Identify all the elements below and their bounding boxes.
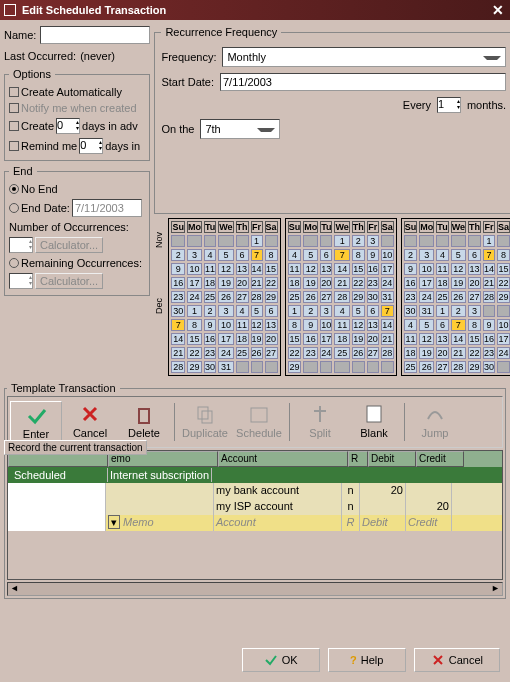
start-date-input[interactable]	[220, 73, 506, 91]
end-fieldset: End No End End Date: Number of Occurrenc…	[4, 165, 150, 296]
on-day-combo[interactable]: 7th	[200, 119, 280, 139]
calendar-1: SuMoTuWeThFrSa12345678910111213141516171…	[168, 218, 280, 376]
name-input[interactable]	[40, 26, 150, 44]
svg-rect-0	[139, 409, 149, 423]
rem-occ-spin[interactable]	[9, 273, 33, 289]
blank-button[interactable]: Blank	[348, 401, 400, 443]
no-end-radio[interactable]	[9, 184, 19, 194]
enter-button[interactable]: Enter	[10, 401, 62, 443]
svg-rect-4	[367, 406, 381, 422]
end-date-radio[interactable]	[9, 203, 19, 213]
template-legend: Template Transaction	[7, 382, 120, 394]
jump-icon	[424, 403, 446, 425]
cancel-dialog-icon	[431, 653, 445, 667]
options-fieldset: Options Create Automatically Notify me w…	[4, 68, 150, 161]
duplicate-icon	[194, 403, 216, 425]
svg-rect-1	[198, 407, 208, 419]
last-occurred-label: Last Occurred:	[4, 50, 76, 62]
tooltip: Record the current transaction	[4, 440, 147, 455]
end-date-input[interactable]	[72, 199, 142, 217]
blank-icon	[363, 403, 385, 425]
calendar-2: SuMoTuWeThFrSa12345678910111213141516171…	[285, 218, 397, 376]
cancel-icon	[79, 403, 101, 425]
end-legend: End	[9, 165, 37, 177]
delete-button[interactable]: Delete	[118, 401, 170, 443]
num-occ-spin[interactable]	[9, 237, 33, 253]
split-icon	[309, 403, 331, 425]
last-occurred-value: (never)	[80, 50, 115, 62]
split-button[interactable]: Split	[294, 401, 346, 443]
create-days-checkbox[interactable]	[9, 121, 19, 131]
calendar-preview: Nov Dec SuMoTuWeThFrSa123456789101112131…	[154, 218, 510, 376]
cancel-dialog-button[interactable]: Cancel	[414, 648, 500, 672]
create-days-spin[interactable]: 0	[56, 118, 80, 134]
name-label: Name:	[4, 29, 36, 41]
delete-icon	[133, 403, 155, 425]
schedule-button[interactable]: Schedule	[233, 401, 285, 443]
transaction-table: emo Account R Debit Credit ScheduledInte…	[7, 450, 503, 580]
svg-rect-3	[251, 408, 267, 422]
calc-button-2[interactable]: Calculator...	[35, 273, 103, 289]
calc-button-1[interactable]: Calculator...	[35, 237, 103, 253]
ok-button[interactable]: OK	[242, 648, 320, 672]
recurrence-fieldset: Recurrence Frequency Frequency:Monthly S…	[154, 26, 510, 214]
options-legend: Options	[9, 68, 55, 80]
frequency-combo[interactable]: Monthly	[222, 47, 506, 67]
calendar-3: SuMoTuWeThFrSa12345678910111213141516171…	[401, 218, 510, 376]
window-title: Edit Scheduled Transaction	[22, 4, 166, 16]
horizontal-scrollbar[interactable]	[7, 582, 503, 596]
jump-button[interactable]: Jump	[409, 401, 461, 443]
duplicate-button[interactable]: Duplicate	[179, 401, 231, 443]
schedule-icon	[248, 403, 270, 425]
titlebar: Edit Scheduled Transaction ✕	[0, 0, 510, 20]
close-icon[interactable]: ✕	[490, 2, 506, 18]
notify-checkbox[interactable]	[9, 103, 19, 113]
ok-icon	[264, 653, 278, 667]
every-spin[interactable]: 1	[437, 97, 461, 113]
rem-occ-radio[interactable]	[9, 258, 19, 268]
cancel-button[interactable]: Cancel	[64, 401, 116, 443]
svg-rect-2	[202, 411, 212, 423]
template-fieldset: Template Transaction Enter Cancel Delete…	[4, 382, 506, 599]
create-auto-checkbox[interactable]	[9, 87, 19, 97]
app-icon	[4, 4, 16, 16]
help-icon: ?	[350, 654, 357, 666]
help-button[interactable]: ?Help	[328, 648, 406, 672]
remind-checkbox[interactable]	[9, 141, 19, 151]
enter-icon	[25, 404, 47, 426]
recurrence-legend: Recurrence Frequency	[161, 26, 281, 38]
remind-days-spin[interactable]: 0	[79, 138, 103, 154]
